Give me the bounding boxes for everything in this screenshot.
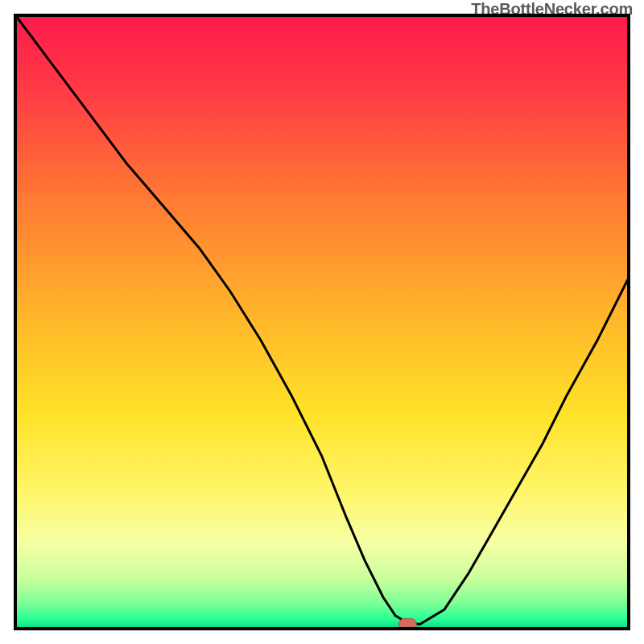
gradient-background <box>16 16 628 628</box>
plot-area <box>14 14 630 630</box>
chart-container: TheBottleNecker.com <box>0 0 644 644</box>
bottleneck-chart <box>14 14 630 630</box>
